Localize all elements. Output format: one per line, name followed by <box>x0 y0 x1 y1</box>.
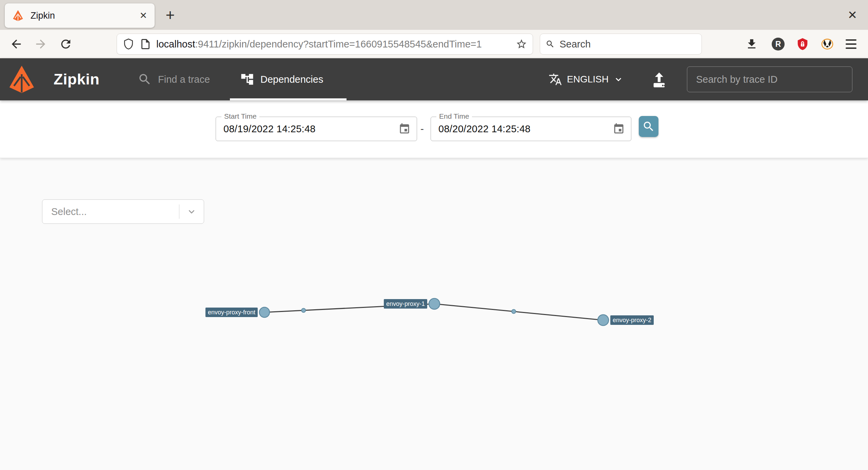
extension-lock-button[interactable] <box>796 30 809 58</box>
end-time-field[interactable]: End Time 08/20/2022 14:25:48 <box>431 117 631 141</box>
download-icon <box>745 38 758 51</box>
upload-button[interactable] <box>650 71 669 90</box>
extension-r-button[interactable]: R <box>772 30 785 58</box>
window-close-button[interactable]: ✕ <box>842 5 863 25</box>
end-time-label: End Time <box>436 112 472 120</box>
upload-icon <box>655 73 663 82</box>
content-area: Select... envoy-proxy-frontenvoy-proxy-1… <box>0 158 868 470</box>
address-bar[interactable]: localhost:9411/zipkin/dependency?startTi… <box>117 34 533 55</box>
translate-icon <box>549 73 562 86</box>
badger-icon <box>821 37 834 51</box>
hamburger-icon <box>846 39 856 49</box>
new-tab-button[interactable]: + <box>160 5 180 25</box>
language-selector[interactable]: ENGLISH <box>549 58 624 100</box>
page-info-icon[interactable] <box>139 38 152 50</box>
search-icon <box>546 39 555 49</box>
extension-badger-button[interactable] <box>821 30 834 58</box>
app-header: Zipkin Find a trace Dependencies ENGLISH <box>0 58 868 100</box>
tab-close-icon[interactable]: ✕ <box>139 10 147 21</box>
graph-edge-dot <box>512 310 516 314</box>
download-button[interactable] <box>745 30 758 58</box>
search-icon <box>642 120 655 133</box>
calendar-icon[interactable] <box>613 123 625 135</box>
bookmark-star-icon[interactable] <box>516 38 527 50</box>
brand-title: Zipkin <box>54 58 100 100</box>
range-separator: - <box>420 117 424 141</box>
calendar-icon[interactable] <box>398 123 411 135</box>
tab-title: Zipkin <box>31 11 133 21</box>
url-host: localhost <box>156 39 195 50</box>
trace-id-search-input[interactable] <box>687 66 852 92</box>
start-time-value[interactable]: 08/19/2022 14:25:48 <box>223 123 398 135</box>
r-badge: R <box>772 38 785 51</box>
zipkin-logo <box>7 64 36 95</box>
browser-tab-bar: Zipkin ✕ + ✕ <box>0 0 868 30</box>
active-tab-underline <box>230 98 347 100</box>
nav-label: Find a trace <box>158 74 210 85</box>
browser-toolbar: localhost:9411/zipkin/dependency?startTi… <box>0 30 868 58</box>
chevron-down-icon <box>613 74 624 84</box>
url-text[interactable]: localhost:9411/zipkin/dependency?startTi… <box>156 39 516 50</box>
end-time-value[interactable]: 08/20/2022 14:25:48 <box>438 123 613 135</box>
language-label: ENGLISH <box>567 74 609 85</box>
forward-icon[interactable] <box>34 37 47 51</box>
browser-tab[interactable]: Zipkin ✕ <box>5 3 155 28</box>
graph-node-label[interactable]: envoy-proxy-1 <box>386 300 425 307</box>
browser-search-box[interactable] <box>540 34 702 55</box>
graph-edge-dot <box>301 308 305 312</box>
graph-node-label[interactable]: envoy-proxy-front <box>208 309 255 316</box>
red-shield-lock-icon <box>796 38 809 51</box>
menu-button[interactable] <box>846 30 856 58</box>
graph-node[interactable] <box>598 315 609 326</box>
nav-label: Dependencies <box>260 74 323 85</box>
filter-bar: Start Time 08/19/2022 14:25:48 - End Tim… <box>0 100 868 158</box>
browser-search-input[interactable] <box>559 39 696 50</box>
graph-node-label[interactable]: envoy-proxy-2 <box>613 317 651 324</box>
url-fade <box>485 39 516 50</box>
dependencies-tree-icon <box>240 72 254 86</box>
graph-edge <box>434 304 603 320</box>
graph-node[interactable] <box>259 307 270 317</box>
back-icon[interactable] <box>9 37 23 51</box>
nav-dependencies[interactable]: Dependencies <box>240 58 323 100</box>
reload-icon[interactable] <box>59 37 73 51</box>
url-path: :9411/zipkin/dependency?startTime=166091… <box>195 39 481 50</box>
dependency-graph: envoy-proxy-frontenvoy-proxy-1envoy-prox… <box>0 158 868 470</box>
start-time-field[interactable]: Start Time 08/19/2022 14:25:48 <box>216 117 417 141</box>
dependency-search-button[interactable] <box>639 116 658 137</box>
start-time-label: Start Time <box>221 112 259 120</box>
zipkin-favicon-icon <box>12 10 24 21</box>
nav-find-a-trace[interactable]: Find a trace <box>138 58 210 100</box>
graph-node[interactable] <box>429 298 440 309</box>
search-icon <box>138 72 152 86</box>
tracking-shield-icon[interactable] <box>122 38 135 50</box>
